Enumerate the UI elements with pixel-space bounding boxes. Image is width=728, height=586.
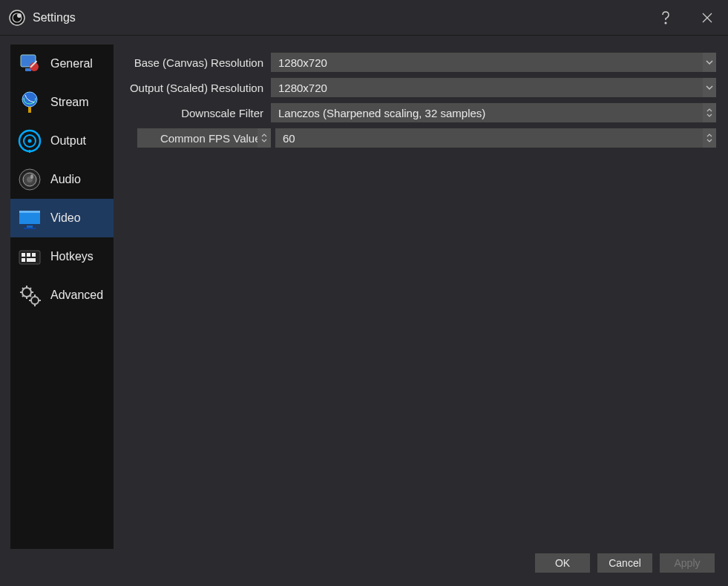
sidebar-item-label: Output (50, 134, 86, 148)
audio-icon (15, 165, 45, 194)
svg-rect-26 (22, 253, 25, 257)
svg-point-3 (665, 22, 666, 24)
hotkeys-icon (15, 242, 45, 271)
fps-type-value: Common FPS Values (160, 132, 266, 145)
window-title: Settings (33, 11, 645, 24)
sidebar-item-label: Advanced (50, 289, 103, 302)
fps-value-select[interactable]: 60 (275, 128, 716, 148)
output-resolution-select[interactable]: 1280x720 (271, 78, 716, 97)
ok-button[interactable]: OK (535, 553, 590, 573)
sidebar-item-audio[interactable]: Audio (10, 160, 114, 199)
svg-rect-29 (22, 258, 25, 262)
help-button[interactable] (645, 0, 686, 36)
downscale-filter-label: Downscale Filter (124, 107, 271, 119)
svg-rect-15 (29, 150, 30, 153)
stream-icon (15, 88, 45, 117)
spinner-icon (703, 128, 716, 148)
svg-point-0 (10, 10, 24, 25)
spinner-icon (703, 103, 716, 122)
chevron-down-icon (703, 78, 716, 97)
video-icon (15, 203, 45, 233)
output-resolution-label: Output (Scaled) Resolution (124, 82, 271, 94)
svg-rect-27 (27, 253, 30, 257)
downscale-filter-value: Lanczos (Sharpened scaling, 32 samples) (278, 107, 485, 119)
svg-rect-24 (24, 228, 36, 229)
output-resolution-value: 1280x720 (278, 82, 327, 94)
base-resolution-value: 1280x720 (278, 56, 327, 69)
obs-logo-icon (9, 10, 25, 26)
advanced-icon (15, 280, 45, 310)
spinner-icon (258, 128, 271, 148)
sidebar-item-label: General (50, 57, 93, 70)
sidebar-item-advanced[interactable]: Advanced (10, 276, 114, 315)
svg-rect-23 (27, 225, 33, 228)
sidebar-item-label: Video (50, 211, 81, 225)
svg-rect-11 (28, 107, 31, 113)
apply-button[interactable]: Apply (660, 553, 715, 573)
sidebar-item-label: Hotkeys (50, 250, 94, 263)
sidebar-item-label: Stream (50, 96, 89, 109)
fps-value: 60 (283, 132, 295, 145)
sidebar-item-stream[interactable]: Stream (10, 83, 114, 122)
sidebar-item-general[interactable]: General (10, 45, 114, 83)
svg-point-14 (28, 139, 32, 143)
chevron-down-icon (703, 53, 716, 72)
svg-rect-28 (32, 253, 36, 257)
sidebar-item-output[interactable]: Output (10, 122, 114, 160)
svg-point-2 (17, 13, 22, 18)
general-icon (15, 49, 45, 79)
svg-point-19 (30, 174, 33, 179)
svg-point-32 (31, 297, 39, 304)
close-button[interactable] (686, 0, 728, 36)
base-resolution-select[interactable]: 1280x720 (271, 53, 716, 72)
output-icon (15, 126, 45, 156)
sidebar-item-video[interactable]: Video (10, 199, 114, 237)
dialog-footer: OK Cancel Apply (0, 549, 728, 577)
video-settings-panel: Base (Canvas) Resolution 1280x720 Output… (124, 45, 718, 549)
settings-sidebar[interactable]: General Stream Output Audio (10, 45, 114, 549)
svg-rect-30 (27, 258, 36, 262)
svg-rect-22 (19, 211, 40, 213)
fps-type-select[interactable]: Common FPS Values (137, 128, 271, 148)
downscale-filter-select[interactable]: Lanczos (Sharpened scaling, 32 samples) (271, 103, 716, 122)
sidebar-item-label: Audio (50, 173, 81, 186)
svg-rect-25 (19, 251, 40, 264)
sidebar-item-hotkeys[interactable]: Hotkeys (10, 237, 114, 276)
cancel-button[interactable]: Cancel (597, 553, 652, 573)
title-bar: Settings (0, 0, 728, 36)
base-resolution-label: Base (Canvas) Resolution (124, 56, 271, 69)
